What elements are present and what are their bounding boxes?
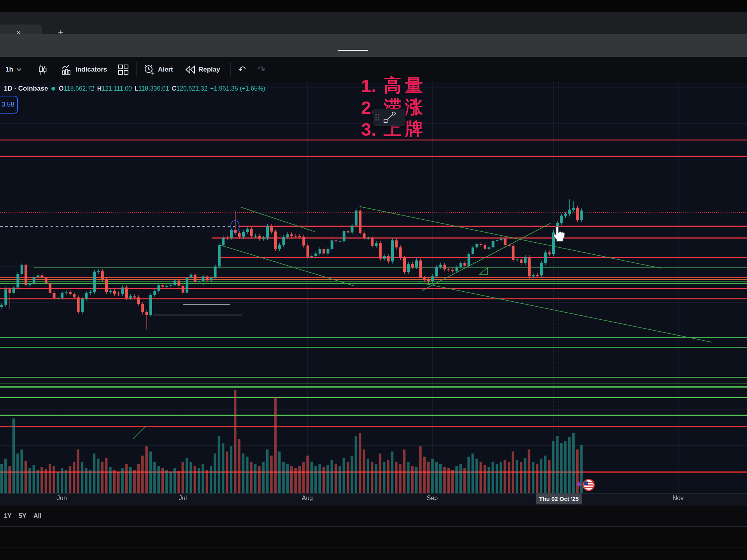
change-value: +1,961.35 (+1.65%) [210,85,265,92]
high-label: H [97,85,102,92]
market-status-dot [51,87,55,91]
drawing-price-label[interactable]: 3.58 [0,96,18,114]
annotation-text: 高量 [384,74,426,98]
symbol-legend[interactable]: 1D · Coinbase O118,662.72H121,111.00L118… [4,84,265,93]
time-axis-label-sep: Sep [427,495,438,504]
range-button-all[interactable]: All [33,511,41,521]
crosshair-date-tooltip: Thu 02 Oct '25 [536,494,582,504]
open-label: O [59,85,63,92]
low-label: L [135,85,139,92]
sparkle-icon [576,481,582,488]
time-axis-label-nov: Nov [673,495,684,504]
chart-text-annotation[interactable]: 1.高量2.滞涨3.上牌 [361,75,426,140]
range-button-5y[interactable]: 5Y [19,511,26,521]
drawing-floating-toolbar[interactable] [373,109,405,126]
bottom-frame [0,548,747,560]
trendline-tool-icon[interactable] [382,111,397,124]
annotation-line-1[interactable]: 1.高量 [361,75,426,96]
us-flag-icon [584,481,593,488]
economic-event-flag-badge[interactable] [573,478,598,493]
time-axis-label-aug: Aug [302,495,313,504]
bottom-panel-row: nel [0,527,747,548]
time-axis-label-jul: Jul [179,495,187,504]
symbol-title[interactable]: 1D · Coinbase [4,85,48,93]
open-value: 118,662.72 [64,85,95,92]
drag-handle-icon[interactable] [373,114,382,121]
low-value: 118,336.01 [139,85,169,92]
close-label: C [172,85,177,92]
range-button-1y[interactable]: 1Y [4,511,12,521]
close-value: 120,621.32 [176,85,207,92]
date-range-toolbar [0,506,747,526]
time-axis-label-jun: Jun [57,495,67,504]
high-value: 121,111.00 [102,85,132,92]
annotation-number: 1. [361,75,384,96]
mouse-cursor-hand [552,225,566,242]
